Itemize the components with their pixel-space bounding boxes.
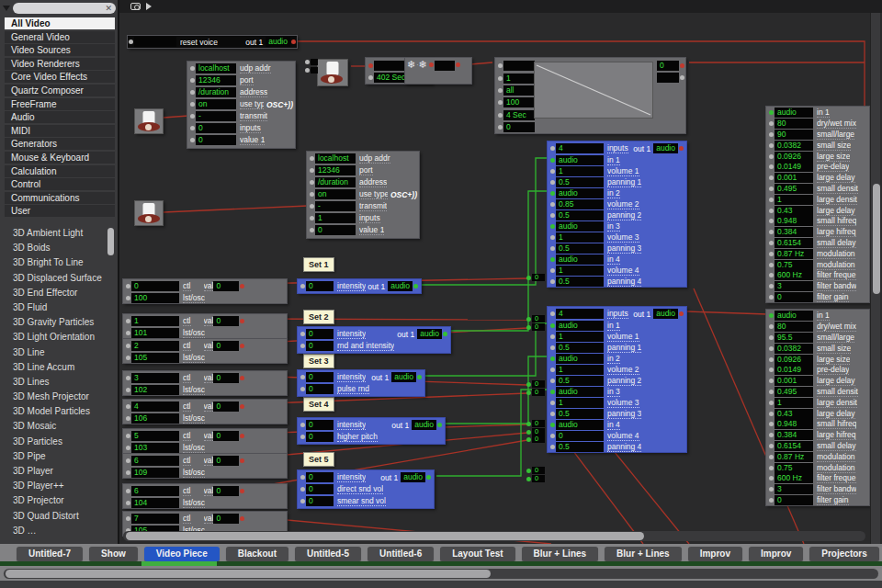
- value-box[interactable]: 95.5: [775, 333, 813, 343]
- input-port[interactable]: [769, 368, 774, 372]
- audio-mixer-node[interactable]: 4 inputs out 1 audio audio in 1 1: [547, 141, 687, 288]
- value-box[interactable]: all: [503, 85, 535, 96]
- value-box[interactable]: 0.5: [556, 409, 604, 419]
- category-item[interactable]: Communications: [5, 192, 115, 204]
- output-port[interactable]: [679, 146, 684, 151]
- input-port[interactable]: [550, 423, 555, 427]
- value-box[interactable]: 0: [196, 135, 236, 145]
- output-port[interactable]: [240, 516, 244, 521]
- input-port[interactable]: [300, 284, 305, 288]
- input-port[interactable]: [550, 323, 555, 328]
- value-box[interactable]: 0.001: [775, 173, 813, 183]
- scene-tab[interactable]: Untitled-6: [368, 547, 434, 561]
- wire-value-box[interactable]: 0: [526, 315, 545, 322]
- category-item[interactable]: FreeFrame: [5, 98, 115, 110]
- window-hscrollbar-thumb[interactable]: [6, 570, 491, 578]
- input-port[interactable]: [126, 470, 130, 475]
- input-port[interactable]: [368, 75, 373, 80]
- value-box[interactable]: on: [196, 99, 236, 109]
- value-box[interactable]: 0: [306, 329, 334, 339]
- reverb-node[interactable]: audio in 1 80 dry/wet mix 95.5 small/lar…: [765, 309, 870, 506]
- wire-value-box[interactable]: 0: [526, 323, 545, 331]
- input-port[interactable]: [300, 375, 305, 379]
- value-box[interactable]: 0.5: [556, 376, 604, 386]
- input-port[interactable]: [300, 423, 305, 427]
- input-port[interactable]: [498, 100, 503, 105]
- input-port[interactable]: [769, 335, 774, 340]
- control-watcher-node[interactable]: 6 ctl val 0 104 lst/osc: [122, 483, 288, 509]
- value-box[interactable]: audio: [775, 311, 813, 321]
- ctl-value[interactable]: 5: [131, 431, 179, 441]
- value-box[interactable]: 0: [306, 384, 334, 394]
- input-port[interactable]: [190, 90, 195, 95]
- input-port[interactable]: [769, 324, 774, 329]
- actor-item[interactable]: 3D Light Orientation: [0, 330, 108, 345]
- value-box[interactable]: 0.43: [775, 206, 813, 216]
- audio-mixer-node[interactable]: 4 inputs out 1 audio audio in 1 1: [547, 306, 687, 453]
- osc-channel-value[interactable]: 104: [131, 498, 179, 508]
- input-port[interactable]: [769, 433, 774, 437]
- output-port[interactable]: [679, 311, 684, 316]
- control-watcher-node[interactable]: 1 ctl val 0 101 lst/osc: [122, 313, 288, 339]
- canvas-hscrollbar-thumb[interactable]: [126, 532, 644, 540]
- input-port[interactable]: [769, 412, 774, 416]
- input-port[interactable]: [129, 40, 133, 44]
- output-port[interactable]: [680, 75, 684, 80]
- value-box[interactable]: on: [315, 189, 356, 199]
- value-box[interactable]: 0.0382: [775, 344, 813, 354]
- patch-canvas[interactable]: reset voice out 1 audio localhost: [119, 13, 882, 544]
- actor-item[interactable]: 3D Projector: [0, 493, 108, 508]
- control-watcher-node[interactable]: 4 ctl val 0 106 lst/osc: [122, 399, 288, 424]
- value-box[interactable]: 0: [306, 484, 334, 494]
- value-box[interactable]: 0: [306, 472, 334, 482]
- stub-value-box[interactable]: [304, 67, 318, 74]
- value-box[interactable]: /duration: [315, 177, 356, 187]
- actor-item[interactable]: 3D Pipe: [0, 449, 108, 464]
- input-port[interactable]: [769, 164, 774, 169]
- input-port[interactable]: [769, 252, 774, 256]
- input-port[interactable]: [550, 235, 555, 240]
- input-port[interactable]: [550, 180, 555, 185]
- value-box[interactable]: 0.495: [775, 184, 813, 194]
- input-port[interactable]: [310, 204, 314, 209]
- input-port[interactable]: [310, 168, 314, 173]
- input-port[interactable]: [190, 66, 195, 71]
- scene-tab[interactable]: Show: [89, 547, 138, 561]
- canvas-vscrollbar[interactable]: [870, 13, 880, 544]
- output-port[interactable]: [240, 404, 244, 409]
- input-port[interactable]: [769, 422, 774, 426]
- value-box[interactable]: 0.6154: [775, 441, 813, 451]
- control-watcher-node[interactable]: 6 ctl val 0 109 lst/osc: [122, 453, 288, 479]
- input-port[interactable]: [550, 191, 555, 196]
- input-port[interactable]: [769, 284, 774, 288]
- clear-search-icon[interactable]: ✕: [105, 4, 112, 13]
- output-port[interactable]: [240, 458, 244, 463]
- value-box[interactable]: 80: [775, 322, 813, 332]
- input-port[interactable]: [769, 143, 774, 148]
- input-port[interactable]: [190, 102, 195, 107]
- input-port[interactable]: [550, 401, 555, 405]
- search-input[interactable]: ✕: [13, 3, 116, 14]
- value-box[interactable]: 0.5: [556, 177, 604, 187]
- ctl-value[interactable]: 6: [131, 486, 179, 496]
- input-port[interactable]: [769, 498, 774, 503]
- actor-item[interactable]: 3D Mesh Projector: [0, 390, 108, 404]
- input-port[interactable]: [769, 357, 774, 362]
- value-box[interactable]: 100: [503, 97, 535, 107]
- output-port[interactable]: [417, 375, 422, 379]
- value-box[interactable]: -: [196, 111, 236, 121]
- value-box[interactable]: 0.5: [556, 277, 604, 287]
- user-actor-eye-node[interactable]: [134, 200, 164, 226]
- value-box[interactable]: 0.495: [775, 387, 813, 397]
- input-port[interactable]: [126, 501, 130, 505]
- user-actor-eye-node[interactable]: [134, 108, 164, 134]
- value-box[interactable]: 0.0149: [775, 162, 813, 172]
- value-box[interactable]: [134, 37, 176, 47]
- actor-item[interactable]: 3D Line Accum: [0, 360, 108, 375]
- value-box[interactable]: 0.87 Hz: [775, 452, 813, 462]
- input-port[interactable]: [550, 257, 555, 262]
- input-port[interactable]: [300, 344, 305, 348]
- scene-tab[interactable]: Improv: [749, 547, 803, 561]
- scene-tab[interactable]: Improv: [688, 547, 742, 561]
- inputs-count[interactable]: 4: [556, 309, 604, 319]
